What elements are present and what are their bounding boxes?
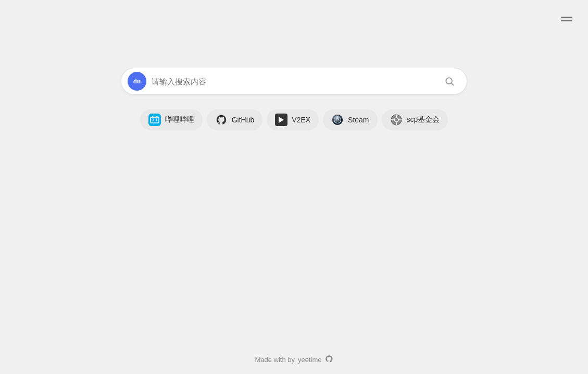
scp-icon bbox=[390, 114, 403, 126]
shortcut-v2ex[interactable]: V2EX bbox=[267, 109, 319, 130]
search-input[interactable] bbox=[152, 77, 441, 86]
shortcut-bilibili[interactable]: 哔哩哔哩 bbox=[140, 109, 203, 130]
search-button[interactable] bbox=[441, 72, 458, 90]
menu-line-1 bbox=[561, 17, 572, 18]
v2ex-icon bbox=[275, 114, 287, 126]
menu-line-2 bbox=[561, 20, 572, 21]
scp-label: scp基金会 bbox=[407, 115, 440, 124]
steam-label: Steam bbox=[348, 116, 369, 124]
v2ex-label: V2EX bbox=[292, 116, 310, 124]
footer-github-icon bbox=[325, 355, 333, 365]
baidu-logo-text: du bbox=[133, 77, 141, 85]
svg-line-1 bbox=[452, 83, 454, 85]
svg-rect-2 bbox=[151, 117, 159, 123]
footer-author: yeetime bbox=[298, 356, 322, 364]
github-label: GitHub bbox=[232, 116, 255, 124]
search-bar: du bbox=[121, 68, 467, 95]
menu-button[interactable] bbox=[559, 10, 576, 27]
shortcut-scp[interactable]: scp基金会 bbox=[382, 109, 448, 130]
footer-made-with: Made with by bbox=[255, 356, 295, 364]
shortcut-github[interactable]: GitHub bbox=[207, 109, 263, 130]
github-icon bbox=[215, 114, 228, 126]
steam-icon bbox=[331, 114, 344, 126]
baidu-logo: du bbox=[128, 72, 146, 91]
shortcuts-row: 哔哩哔哩 GitHub V2EX bbox=[140, 109, 448, 130]
footer: Made with by yeetime bbox=[255, 355, 333, 365]
bilibili-icon bbox=[148, 114, 161, 126]
main-content: du 哔哩哔哩 bbox=[0, 0, 588, 130]
shortcut-steam[interactable]: Steam bbox=[323, 109, 377, 130]
bilibili-label: 哔哩哔哩 bbox=[165, 115, 194, 124]
